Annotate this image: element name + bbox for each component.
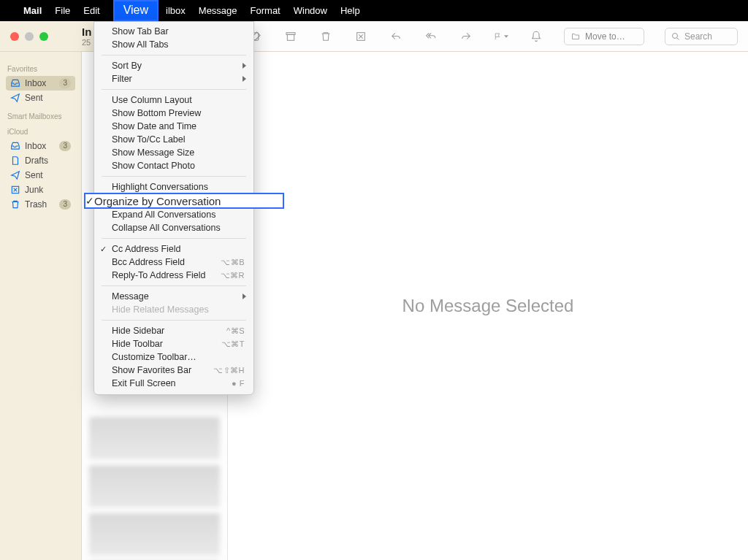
sidebar-item-sent[interactable]: Sent — [6, 91, 75, 105]
menu-item-organize-by-conversation[interactable]: ✓Organize by Conversation — [84, 193, 284, 209]
no-message-label: No Message Selected — [402, 296, 574, 316]
close-window-icon[interactable] — [10, 32, 19, 41]
menu-item-label: Bcc Address Field — [112, 257, 185, 267]
menu-item-expand-all-conversations[interactable]: Expand All Conversations — [94, 208, 253, 221]
menu-window[interactable]: Window — [294, 5, 327, 16]
menu-item-customize-toolbar[interactable]: Customize Toolbar… — [94, 350, 253, 364]
drafts-icon — [10, 156, 20, 166]
main-toolbar: Move to… Search — [228, 21, 748, 51]
menu-item-reply-to-address-field[interactable]: Reply-To Address Field⌥⌘R — [94, 269, 253, 282]
menu-mailbox[interactable]: ilbox — [166, 5, 186, 16]
flag-icon[interactable] — [494, 29, 508, 44]
menu-item-cc-address-field[interactable]: ✓Cc Address Field — [94, 242, 253, 256]
menu-file[interactable]: File — [55, 5, 70, 16]
sidebar-section-smart: Smart Mailboxes — [7, 112, 74, 120]
menu-item-shortcut: ● F — [232, 379, 245, 388]
archive-icon[interactable] — [283, 29, 298, 44]
menu-separator — [102, 89, 246, 90]
menu-item-show-bottom-preview[interactable]: Show Bottom Preview — [94, 107, 253, 120]
menu-item-label: Show Contact Photo — [112, 161, 195, 171]
traffic-lights — [10, 32, 48, 41]
menu-app[interactable]: Mail — [23, 5, 42, 16]
menu-help[interactable]: Help — [340, 5, 360, 16]
menu-item-label: Show Date and Time — [112, 121, 196, 131]
menu-item-label: Exit Full Screen — [112, 378, 176, 388]
menu-item-label: Use Column Layout — [112, 95, 192, 105]
menu-item-collapse-all-conversations[interactable]: Collapse All Conversations — [94, 221, 253, 234]
menu-item-label: Show All Tabs — [112, 39, 169, 50]
move-to-label: Move to… — [585, 31, 625, 42]
menu-item-label: Show To/Cc Label — [112, 134, 186, 145]
menu-item-show-date-and-time[interactable]: Show Date and Time — [94, 120, 253, 133]
menu-item-show-tab-bar[interactable]: Show Tab Bar — [94, 25, 253, 38]
menu-item-shortcut: ⌥⇧⌘H — [213, 366, 245, 375]
svg-point-4 — [673, 33, 678, 38]
menu-item-show-contact-photo[interactable]: Show Contact Photo — [94, 159, 253, 172]
menu-item-label: Hide Toolbar — [112, 339, 163, 349]
menu-item-message[interactable]: Message — [94, 290, 253, 303]
sidebar-item-label: Sent — [25, 93, 71, 103]
sidebar-item-label: Drafts — [25, 156, 71, 166]
menu-item-shortcut: ⌥⌘T — [221, 340, 245, 349]
inbox-icon — [10, 78, 20, 88]
sidebar-item-inbox[interactable]: Inbox 3 — [6, 76, 75, 91]
reply-icon[interactable] — [389, 29, 403, 44]
menu-item-shortcut: ⌥⌘R — [221, 271, 245, 280]
menu-item-shortcut: ⌥⌘B — [221, 258, 245, 267]
move-to-dropdown[interactable]: Move to… — [564, 28, 644, 45]
menu-separator — [102, 320, 246, 321]
menu-item-highlight-conversations[interactable]: Highlight Conversations — [94, 180, 253, 193]
sidebar-item-drafts[interactable]: Drafts — [6, 153, 75, 168]
menu-item-hide-toolbar[interactable]: Hide Toolbar⌥⌘T — [94, 337, 253, 350]
sidebar-section-favorites: Favorites — [7, 65, 74, 73]
menu-item-exit-full-screen[interactable]: Exit Full Screen● F — [94, 377, 253, 390]
checkmark-icon: ✓ — [100, 245, 107, 254]
view-menu-dropdown: Show Tab BarShow All TabsSort ByFilterUs… — [94, 21, 254, 395]
forward-icon[interactable] — [459, 29, 473, 44]
menu-item-show-all-tabs[interactable]: Show All Tabs — [94, 38, 253, 51]
sidebar-item-label: Junk — [25, 185, 71, 195]
sidebar-item-label: Trash — [25, 199, 55, 210]
menu-item-label: Cc Address Field — [112, 244, 180, 254]
menu-format[interactable]: Format — [251, 5, 280, 16]
sidebar-item-trash[interactable]: Trash 3 — [6, 197, 75, 212]
menu-item-label: Hide Related Messages — [112, 304, 209, 315]
menu-item-show-favorites-bar[interactable]: Show Favorites Bar⌥⇧⌘H — [94, 364, 253, 377]
minimize-window-icon[interactable] — [25, 32, 34, 41]
menu-separator — [102, 176, 246, 177]
junk-icon[interactable] — [354, 29, 368, 44]
menu-edit[interactable]: Edit — [83, 5, 99, 16]
menu-item-use-column-layout[interactable]: Use Column Layout — [94, 93, 253, 107]
menu-item-sort-by[interactable]: Sort By — [94, 59, 253, 72]
menu-separator — [102, 285, 246, 286]
menu-item-filter[interactable]: Filter — [94, 72, 253, 85]
sidebar-item-label: Inbox — [25, 78, 55, 88]
menu-item-shortcut: ^⌘S — [226, 326, 245, 336]
menu-item-show-message-size[interactable]: Show Message Size — [94, 146, 253, 159]
sidebar-item-junk[interactable]: Junk — [6, 183, 75, 197]
window-controls-region — [0, 32, 82, 41]
search-placeholder: Search — [684, 31, 712, 42]
sidebar-item-icloud-sent[interactable]: Sent — [6, 168, 75, 183]
message-pane: No Message Selected — [228, 52, 748, 560]
menu-separator — [102, 55, 246, 55]
notifications-icon[interactable] — [529, 29, 543, 44]
badge: 3 — [59, 199, 71, 210]
menu-item-show-to-cc-label[interactable]: Show To/Cc Label — [94, 133, 253, 146]
sidebar-item-icloud-inbox[interactable]: Inbox 3 — [6, 139, 75, 153]
menu-item-label: Organize by Conversation — [94, 195, 221, 207]
menu-item-hide-related-messages: Hide Related Messages — [94, 303, 253, 316]
menu-message[interactable]: Message — [199, 5, 237, 16]
trash-icon — [10, 199, 20, 210]
search-input[interactable]: Search — [665, 28, 738, 45]
menu-item-bcc-address-field[interactable]: Bcc Address Field⌥⌘B — [94, 256, 253, 269]
trash-icon[interactable] — [318, 29, 333, 44]
menu-item-label: Reply-To Address Field — [112, 270, 206, 280]
menu-view[interactable]: View — [113, 0, 159, 21]
menu-item-hide-sidebar[interactable]: Hide Sidebar^⌘S — [94, 324, 253, 337]
fullscreen-window-icon[interactable] — [39, 32, 48, 41]
reply-all-icon[interactable] — [424, 29, 438, 44]
badge: 3 — [59, 78, 71, 88]
menu-item-label: Message — [112, 291, 149, 302]
message-list-blurred — [89, 417, 220, 560]
